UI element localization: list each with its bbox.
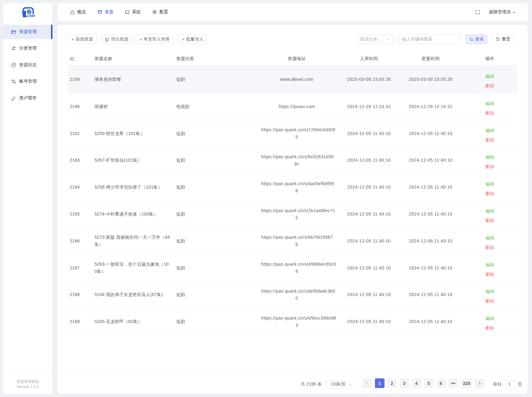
svg-text:CRM: CRM xyxy=(27,14,35,18)
